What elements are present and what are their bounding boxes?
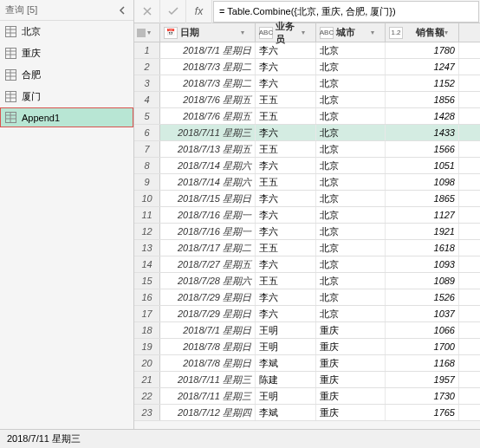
cell-amount[interactable]: 1433 — [386, 125, 459, 140]
cell-date[interactable]: 2018/7/15 星期日 — [160, 191, 256, 206]
cancel-button[interactable] — [134, 0, 160, 23]
table-row[interactable]: 42018/7/6 星期五王五北京1856 — [134, 92, 480, 108]
cell-date[interactable]: 2018/7/29 星期日 — [160, 306, 256, 321]
cell-sales[interactable]: 王五 — [256, 174, 316, 190]
cell-city[interactable]: 重庆 — [316, 322, 386, 338]
fx-icon[interactable]: fx — [186, 0, 212, 23]
cell-sales[interactable]: 李六 — [256, 289, 316, 305]
cell-date[interactable]: 2018/7/11 星期三 — [160, 125, 256, 140]
table-row[interactable]: 222018/7/11 星期三王明重庆1730 — [134, 388, 480, 405]
cell-amount[interactable]: 1037 — [386, 306, 459, 321]
cell-sales[interactable]: 李六 — [256, 224, 316, 239]
cell-date[interactable]: 2018/7/16 星期一 — [160, 224, 256, 239]
cell-sales[interactable]: 李六 — [256, 125, 316, 140]
cell-date[interactable]: 2018/7/11 星期三 — [160, 372, 256, 387]
cell-date[interactable]: 2018/7/12 星期四 — [160, 405, 256, 420]
sidebar-item-3[interactable]: 厦门 — [0, 86, 133, 107]
cell-city[interactable]: 北京 — [316, 141, 386, 157]
cell-amount[interactable]: 1730 — [386, 388, 459, 404]
cell-amount[interactable]: 1921 — [386, 224, 459, 239]
table-row[interactable]: 12018/7/1 星期日李六北京1780 — [134, 42, 480, 59]
cell-city[interactable]: 北京 — [316, 191, 386, 206]
cell-sales[interactable]: 王五 — [256, 273, 316, 289]
cell-date[interactable]: 2018/7/6 星期五 — [160, 108, 256, 124]
cell-sales[interactable]: 陈建 — [256, 372, 316, 387]
cell-date[interactable]: 2018/7/17 星期二 — [160, 240, 256, 256]
cell-date[interactable]: 2018/7/1 星期日 — [160, 42, 256, 58]
cell-sales[interactable]: 王明 — [256, 322, 316, 338]
cell-city[interactable]: 北京 — [316, 108, 386, 124]
cell-city[interactable]: 北京 — [316, 256, 386, 272]
cell-date[interactable]: 2018/7/13 星期五 — [160, 141, 256, 157]
cell-amount[interactable]: 1618 — [386, 240, 459, 256]
table-row[interactable]: 112018/7/16 星期一李六北京1127 — [134, 207, 480, 224]
table-row[interactable]: 182018/7/1 星期日王明重庆1066 — [134, 322, 480, 339]
cell-city[interactable]: 北京 — [316, 240, 386, 256]
cell-sales[interactable]: 李六 — [256, 158, 316, 173]
cell-city[interactable]: 北京 — [316, 174, 386, 190]
cell-sales[interactable]: 李六 — [256, 75, 316, 91]
cell-city[interactable]: 北京 — [316, 289, 386, 305]
table-row[interactable]: 152018/7/28 星期六王五北京1089 — [134, 273, 480, 289]
cell-city[interactable]: 北京 — [316, 158, 386, 173]
sidebar-item-1[interactable]: 重庆 — [0, 42, 133, 64]
cell-date[interactable]: 2018/7/28 星期六 — [160, 273, 256, 289]
cell-amount[interactable]: 1700 — [386, 339, 459, 354]
cell-date[interactable]: 2018/7/6 星期五 — [160, 92, 256, 107]
table-row[interactable]: 162018/7/29 星期日李六北京1526 — [134, 289, 480, 306]
cell-city[interactable]: 北京 — [316, 306, 386, 321]
cell-city[interactable]: 重庆 — [316, 339, 386, 354]
sidebar-item-2[interactable]: 合肥 — [0, 64, 133, 86]
cell-date[interactable]: 2018/7/3 星期二 — [160, 59, 256, 75]
col-city[interactable]: ABC城市▾ — [316, 23, 386, 42]
cell-sales[interactable]: 王五 — [256, 92, 316, 107]
cell-date[interactable]: 2018/7/8 星期日 — [160, 355, 256, 371]
filter-icon[interactable]: ▾ — [371, 29, 381, 36]
table-row[interactable]: 232018/7/12 星期四李斌重庆1765 — [134, 405, 480, 421]
accept-button[interactable] — [160, 0, 186, 23]
cell-city[interactable]: 北京 — [316, 125, 386, 140]
cell-amount[interactable]: 1856 — [386, 92, 459, 107]
cell-amount[interactable]: 1566 — [386, 141, 459, 157]
cell-amount[interactable]: 1098 — [386, 174, 459, 190]
table-body[interactable]: 12018/7/1 星期日李六北京178022018/7/3 星期二李六北京12… — [134, 42, 480, 448]
table-row[interactable]: 202018/7/8 星期日李斌重庆1168 — [134, 355, 480, 372]
cell-city[interactable]: 北京 — [316, 273, 386, 289]
cell-amount[interactable]: 1526 — [386, 289, 459, 305]
cell-amount[interactable]: 1780 — [386, 42, 459, 58]
cell-city[interactable]: 重庆 — [316, 405, 386, 420]
table-row[interactable]: 32018/7/3 星期二李六北京1152 — [134, 75, 480, 92]
cell-date[interactable]: 2018/7/29 星期日 — [160, 289, 256, 305]
cell-amount[interactable]: 1168 — [386, 355, 459, 371]
filter-icon[interactable]: ▾ — [302, 29, 312, 36]
cell-date[interactable]: 2018/7/16 星期一 — [160, 207, 256, 223]
col-amount[interactable]: 1.2销售额▾ — [386, 23, 459, 42]
cell-sales[interactable]: 李六 — [256, 59, 316, 75]
table-icon[interactable]: ▾ — [134, 23, 160, 42]
cell-city[interactable]: 北京 — [316, 224, 386, 239]
table-row[interactable]: 72018/7/13 星期五王五北京1566 — [134, 141, 480, 158]
sidebar-item-4[interactable]: Append1 — [0, 107, 133, 127]
table-row[interactable]: 62018/7/11 星期三李六北京1433 — [134, 125, 480, 141]
cell-amount[interactable]: 1865 — [386, 191, 459, 206]
cell-amount[interactable]: 1093 — [386, 256, 459, 272]
cell-sales[interactable]: 王明 — [256, 388, 316, 404]
cell-sales[interactable]: 王五 — [256, 141, 316, 157]
cell-date[interactable]: 2018/7/27 星期五 — [160, 256, 256, 272]
table-row[interactable]: 142018/7/27 星期五李六北京1093 — [134, 256, 480, 273]
cell-amount[interactable]: 1428 — [386, 108, 459, 124]
cell-amount[interactable]: 1957 — [386, 372, 459, 387]
table-row[interactable]: 92018/7/14 星期六王五北京1098 — [134, 174, 480, 191]
col-date[interactable]: 📅日期▾ — [160, 23, 256, 42]
filter-icon[interactable]: ▾ — [241, 29, 251, 36]
cell-amount[interactable]: 1127 — [386, 207, 459, 223]
cell-date[interactable]: 2018/7/14 星期六 — [160, 174, 256, 190]
table-row[interactable]: 132018/7/17 星期二王五北京1618 — [134, 240, 480, 256]
cell-city[interactable]: 重庆 — [316, 355, 386, 371]
sidebar-item-0[interactable]: 北京 — [0, 21, 133, 42]
table-row[interactable]: 52018/7/6 星期五王五北京1428 — [134, 108, 480, 125]
cell-city[interactable]: 北京 — [316, 75, 386, 91]
cell-sales[interactable]: 李斌 — [256, 355, 316, 371]
cell-sales[interactable]: 李斌 — [256, 405, 316, 420]
cell-city[interactable]: 重庆 — [316, 372, 386, 387]
